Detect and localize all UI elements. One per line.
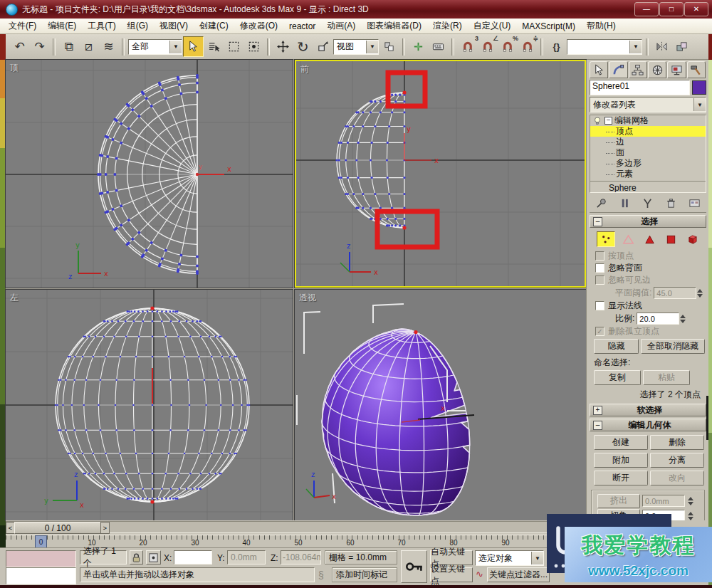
unlink-selection-icon[interactable]: ⧄ — [79, 37, 98, 56]
y-coordinate-field[interactable]: 0.0mm — [227, 550, 266, 565]
configure-modifier-sets-icon[interactable] — [689, 197, 701, 209]
stack-row-edge[interactable]: 边 — [590, 137, 706, 147]
menu-graph-editors[interactable]: 图表编辑器(D) — [361, 19, 427, 33]
select-and-scale-button[interactable] — [313, 37, 333, 56]
redo-icon[interactable]: ↷ — [30, 37, 49, 56]
named-selection-sets-dropdown[interactable]: ▼ — [567, 39, 642, 55]
minimize-button[interactable]: — — [634, 2, 659, 16]
hide-button[interactable]: 隐藏 — [594, 339, 639, 354]
chamfer-spinner[interactable] — [688, 512, 693, 520]
menu-create[interactable]: 创建(C) — [194, 19, 234, 33]
stack-row-face[interactable]: 面 — [590, 147, 706, 158]
select-by-name-button[interactable] — [204, 37, 224, 56]
delete-button[interactable]: 删除 — [650, 435, 704, 450]
hierarchy-tab-icon[interactable] — [629, 61, 647, 78]
normals-scale-spinner[interactable] — [680, 315, 686, 323]
turn-button[interactable]: 改向 — [650, 471, 704, 485]
select-and-link-icon[interactable]: ⧉ — [59, 37, 78, 56]
planar-threshold-field[interactable]: 45.0 — [654, 287, 696, 299]
pin-stack-icon[interactable] — [595, 197, 607, 209]
unhide-all-button[interactable]: 全部取消隐藏 — [641, 339, 705, 354]
paste-button[interactable]: 粘贴 — [643, 370, 690, 385]
viewport-top[interactable]: 顶 xyyzx — [6, 60, 293, 288]
dropdown-arrow-icon[interactable]: ▼ — [693, 98, 706, 111]
copy-button[interactable]: 复制 — [594, 370, 641, 385]
maxscript-listener-input[interactable] — [6, 567, 76, 584]
viewport-perspective-canvas[interactable]: xzx — [295, 290, 586, 520]
extrude-field[interactable]: 0.0mm — [642, 495, 685, 507]
select-and-manipulate-button[interactable] — [409, 37, 428, 56]
x-coordinate-field[interactable] — [174, 550, 212, 565]
menu-re actor[interactable]: reactor — [283, 20, 321, 33]
menu-customize[interactable]: 自定义(U) — [468, 19, 517, 33]
menu-edit[interactable]: 编辑(E) — [42, 19, 82, 33]
polygon-mode-button[interactable] — [662, 232, 679, 246]
show-normals-checkbox[interactable] — [595, 301, 604, 310]
next-frame-button[interactable]: > — [100, 522, 110, 534]
menu-rendering[interactable]: 渲染(R) — [427, 19, 468, 33]
remove-modifier-icon[interactable] — [665, 197, 677, 209]
expand-icon[interactable]: + — [593, 406, 602, 415]
select-and-rotate-button[interactable]: ↻ — [293, 37, 313, 56]
align-button[interactable] — [672, 37, 691, 56]
dropdown-arrow-icon[interactable]: ▼ — [366, 41, 378, 53]
collapse-icon[interactable]: – — [593, 421, 602, 430]
edit-geometry-rollout-header[interactable]: – 编辑几何体 — [590, 419, 706, 431]
selection-lock-toggle[interactable] — [130, 550, 143, 565]
menu-views[interactable]: 视图(V) — [154, 19, 194, 33]
selection-filter-dropdown[interactable]: 全部 ▼ — [128, 39, 182, 55]
normals-scale-field[interactable]: 20.0 — [637, 313, 679, 325]
by-vertex-checkbox[interactable] — [595, 251, 604, 261]
percent-snap-toggle[interactable]: % — [498, 37, 517, 56]
stack-row-vertex[interactable]: 顶点 — [590, 126, 706, 137]
attach-button[interactable]: 附加 — [594, 453, 648, 468]
dropdown-arrow-icon[interactable]: ▼ — [169, 41, 182, 53]
object-name-field[interactable]: Sphere01 — [590, 80, 690, 95]
z-coordinate-field[interactable]: -108.064m — [281, 550, 321, 565]
extrude-button[interactable]: 挤出 — [597, 494, 640, 508]
face-mode-button[interactable] — [641, 232, 658, 246]
window-crossing-toggle[interactable] — [244, 37, 263, 56]
key-mode-dropdown[interactable]: 选定对象 ▼ — [475, 550, 544, 566]
vertex-mode-button[interactable] — [597, 231, 615, 247]
stack-row-edit-mesh[interactable]: – 编辑网格 — [590, 115, 706, 126]
stack-row-element[interactable]: 元素 — [590, 169, 706, 179]
rectangular-selection-region-button[interactable] — [224, 37, 244, 56]
viewport-top-label[interactable]: 顶 — [10, 62, 19, 74]
break-button[interactable]: 断开 — [594, 471, 648, 485]
viewport-left-canvas[interactable]: zyx — [6, 290, 293, 520]
viewport-left[interactable]: 左 zyx — [6, 290, 293, 520]
menu-modifiers[interactable]: 修改器(O) — [234, 19, 283, 33]
select-and-move-button[interactable] — [273, 37, 293, 56]
use-pivot-point-center-button[interactable] — [379, 37, 399, 56]
utilities-tab-icon[interactable] — [687, 61, 706, 78]
dropdown-arrow-icon[interactable]: ▼ — [629, 41, 642, 53]
create-tab-icon[interactable] — [590, 61, 608, 78]
undo-icon[interactable]: ↶ — [10, 37, 29, 56]
menu-animation[interactable]: 动画(A) — [321, 19, 361, 33]
make-unique-icon[interactable] — [642, 197, 654, 209]
soft-selection-rollout-header[interactable]: + 软选择 — [590, 404, 706, 416]
create-button[interactable]: 创建 — [594, 435, 648, 450]
viewport-left-label[interactable]: 左 — [10, 292, 19, 304]
modify-tab-icon[interactable] — [609, 61, 627, 78]
delete-isolated-vertices-checkbox[interactable]: ✓ — [595, 327, 604, 336]
select-object-button[interactable] — [183, 36, 204, 57]
set-key-button[interactable]: 设置关键点 — [430, 567, 473, 582]
set-key-mode-button[interactable] — [401, 550, 427, 583]
angle-snap-toggle[interactable]: ∠ — [478, 37, 497, 56]
object-color-swatch[interactable] — [692, 80, 706, 95]
menu-file[interactable]: 文件(F) — [3, 19, 42, 33]
menu-tools[interactable]: 工具(T) — [82, 19, 121, 33]
snaps-toggle-3d[interactable]: 3 — [458, 37, 477, 56]
menu-maxscript[interactable]: MAXScript(M) — [516, 20, 581, 33]
menu-group[interactable]: 组(G) — [122, 19, 154, 33]
maximize-button[interactable]: □ — [659, 2, 684, 16]
maxscript-listener-output[interactable] — [6, 550, 76, 567]
spinner-snap-toggle[interactable]: ≑ — [518, 37, 537, 56]
edge-mode-button[interactable] — [619, 232, 637, 246]
viewport-front-canvas[interactable]: yxzx — [296, 61, 585, 286]
reference-coordinate-dropdown[interactable]: 视图 ▼ — [333, 39, 379, 55]
selection-rollout-header[interactable]: – 选择 — [590, 215, 706, 228]
panel-scrollbar[interactable] — [706, 396, 708, 440]
